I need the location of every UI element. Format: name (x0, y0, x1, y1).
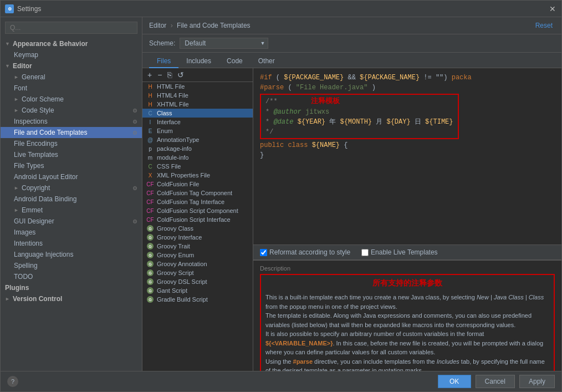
svg-text:⚙: ⚙ (8, 7, 12, 12)
app-icon: ⚙ (5, 4, 14, 13)
sidebar-item-android-data-binding[interactable]: Android Data Binding (1, 194, 142, 205)
ok-button[interactable]: OK (438, 375, 471, 388)
cancel-button[interactable]: Cancel (476, 375, 515, 388)
bottom-bar: ? OK Cancel Apply (1, 371, 561, 391)
sidebar-item-android-layout[interactable]: Android Layout Editor (1, 171, 142, 182)
indicator-codestyle: ⚙ (132, 108, 137, 114)
file-item-groovy-trait[interactable]: G Groovy Trait (142, 242, 253, 251)
file-item-cf[interactable]: CF ColdFusion File (142, 180, 253, 189)
reformat-checkbox[interactable] (260, 249, 267, 256)
module-icon: m (146, 154, 155, 161)
tab-includes[interactable]: Includes (178, 55, 219, 68)
remove-template-button[interactable]: − (156, 70, 164, 79)
sidebar-item-todo[interactable]: TODO (1, 271, 142, 282)
xml-icon: X (146, 172, 155, 179)
file-item-xhtml[interactable]: H XHTML File (142, 100, 253, 109)
copy-template-button[interactable]: ⎘ (166, 70, 173, 79)
sidebar-item-version-control[interactable]: Version Control (1, 293, 142, 304)
expand-arrow-copyright (14, 185, 21, 191)
file-item-interface[interactable]: I Interface (142, 118, 253, 126)
file-item-gant[interactable]: G Gant Script (142, 286, 253, 295)
groovy-annotation-icon: G (146, 261, 155, 267)
help-button[interactable]: ? (7, 376, 18, 387)
file-item-enum[interactable]: E Enum (142, 126, 253, 135)
file-item-groovy-enum[interactable]: G Groovy Enum (142, 251, 253, 259)
sidebar-item-spelling[interactable]: Spelling (1, 260, 142, 271)
tab-files[interactable]: Files (149, 55, 178, 68)
sidebar-item-images[interactable]: Images (1, 227, 142, 238)
expand-arrow (5, 41, 12, 47)
cf-script-component-icon: CF (146, 207, 155, 214)
file-item-xml-props[interactable]: X XML Properties File (142, 171, 253, 180)
file-item-package-info[interactable]: p package-info (142, 144, 253, 153)
sidebar-item-copyright[interactable]: Copyright ⚙ (1, 182, 142, 194)
expand-arrow-codestyle (14, 108, 21, 113)
indicator-gui: ⚙ (132, 218, 137, 225)
file-item-groovy-class[interactable]: G Groovy Class (142, 224, 253, 233)
file-item-cf-tag-component[interactable]: CF ColdFusion Tag Component (142, 189, 253, 197)
expand-arrow-color (14, 96, 21, 102)
sidebar-item-gui-designer[interactable]: GUI Designer ⚙ (1, 216, 142, 227)
file-item-annotation[interactable]: @ AnnotationType (142, 135, 253, 144)
indicator-copyright: ⚙ (132, 185, 137, 191)
indicator-fct: ⚙ (132, 130, 137, 136)
sidebar-item-file-types[interactable]: File Types (1, 160, 142, 171)
sidebar-item-general[interactable]: General (1, 72, 142, 83)
expand-arrow-emmet (14, 207, 21, 213)
live-templates-checkbox-label[interactable]: Enable Live Templates (361, 248, 438, 256)
expand-arrow-editor (5, 63, 12, 69)
code-content[interactable]: #if ( ${PACKAGE_NAME} && ${PACKAGE_NAME}… (253, 68, 561, 245)
sidebar-item-appearance[interactable]: Appearance & Behavior (1, 38, 142, 49)
reset-template-button[interactable]: ↺ (176, 70, 186, 79)
reformat-checkbox-label[interactable]: Reformat according to style (260, 248, 350, 256)
groovy-dsl-icon: G (146, 278, 155, 285)
search-bar (1, 19, 142, 36)
file-item-gradle[interactable]: G Gradle Build Script (142, 295, 253, 304)
tab-other[interactable]: Other (251, 55, 283, 68)
close-button[interactable]: ✕ (548, 4, 557, 13)
sidebar-item-language-injections[interactable]: Language Injections (1, 249, 142, 260)
file-item-cf-script-component[interactable]: CF ColdFusion Script Component (142, 206, 253, 215)
scheme-select[interactable]: Default Project (180, 38, 268, 49)
code-editor: #if ( ${PACKAGE_NAME} && ${PACKAGE_NAME}… (253, 68, 561, 371)
xhtml-icon: H (146, 101, 155, 108)
file-item-groovy-interface[interactable]: G Groovy Interface (142, 233, 253, 242)
groovy-script-icon: G (146, 269, 155, 276)
file-item-module-info[interactable]: m module-info (142, 153, 253, 162)
sidebar-item-file-encodings[interactable]: File Encodings (1, 138, 142, 149)
scheme-label: Scheme: (149, 39, 175, 47)
file-item-html[interactable]: H HTML File (142, 82, 253, 91)
package-icon: p (146, 145, 155, 152)
file-item-css[interactable]: C CSS File (142, 162, 253, 171)
sidebar-item-code-style[interactable]: Code Style ⚙ (1, 105, 142, 116)
gant-icon: G (146, 287, 155, 294)
sidebar-item-inspections[interactable]: Inspections ⚙ (1, 116, 142, 127)
code-line-2: #parse ( "File Header.java" ) (260, 83, 555, 93)
sidebar-item-intentions[interactable]: Intentions (1, 238, 142, 249)
live-templates-checkbox[interactable] (361, 249, 369, 256)
enum-icon: E (146, 128, 155, 134)
file-item-groovy-dsl[interactable]: G Groovy DSL Script (142, 277, 253, 286)
sidebar-item-editor[interactable]: Editor (1, 60, 142, 72)
apply-button[interactable]: Apply (519, 375, 555, 388)
sidebar-item-live-templates[interactable]: Live Templates (1, 149, 142, 160)
file-item-groovy-script[interactable]: G Groovy Script (142, 268, 253, 277)
gradle-icon: G (146, 296, 155, 303)
file-item-cf-script-interface[interactable]: CF ColdFusion Script Interface (142, 215, 253, 224)
file-item-cf-tag-interface[interactable]: CF ColdFusion Tag Interface (142, 197, 253, 206)
file-item-class[interactable]: C Class (142, 109, 253, 118)
file-item-html4[interactable]: H HTML4 File (142, 91, 253, 100)
sidebar-item-keymap[interactable]: Keymap (1, 49, 142, 60)
reset-button[interactable]: Reset (533, 21, 555, 30)
sidebar-item-file-code-templates[interactable]: File and Code Templates ⚙ (1, 127, 142, 138)
tab-code[interactable]: Code (219, 55, 251, 68)
search-input[interactable] (5, 22, 137, 34)
file-item-groovy-annotation[interactable]: G Groovy Annotation (142, 259, 253, 268)
sidebar-item-plugins[interactable]: Plugins (1, 282, 142, 293)
sidebar-item-emmet[interactable]: Emmet (1, 205, 142, 216)
tabs-row: Files Includes Code Other (142, 53, 561, 68)
add-template-button[interactable]: + (146, 70, 154, 79)
sidebar-item-font[interactable]: Font (1, 83, 142, 94)
sidebar-item-color-scheme[interactable]: Color Scheme (1, 94, 142, 105)
breadcrumb: Editor › File and Code Templates (149, 22, 533, 29)
